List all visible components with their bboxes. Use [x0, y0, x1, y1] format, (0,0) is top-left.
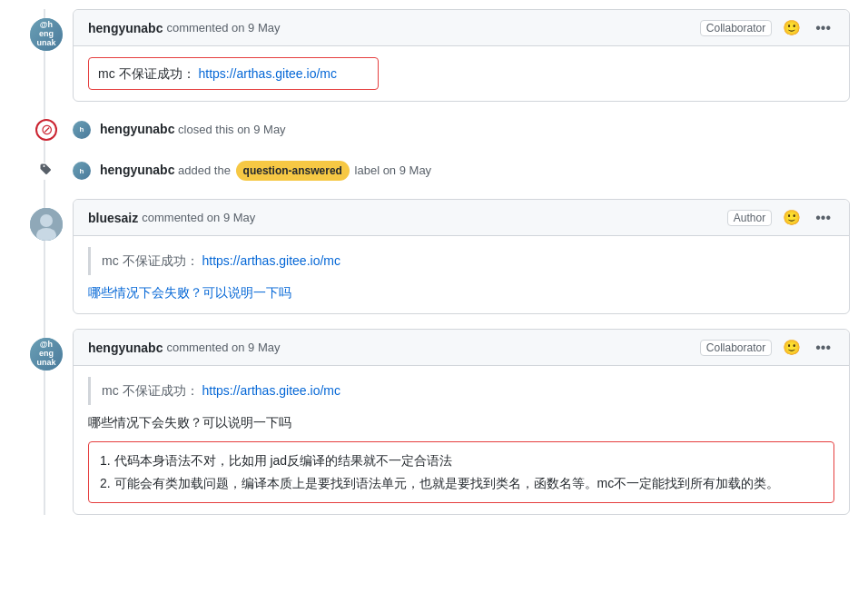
red-box-line-1: 1. 代码本身语法不对，比如用 jad反编译的结果就不一定合语法	[100, 450, 823, 472]
comment-block-3: @hengunak hengyunabc commented on 9 May …	[73, 329, 850, 515]
event-label-text: hengyunabc added the question-answered l…	[100, 161, 431, 181]
comment-meta-2: commented on 9 May	[142, 211, 255, 224]
label-tag-question-answered[interactable]: question-answered	[236, 161, 350, 181]
comment-meta-3: commented on 9 May	[166, 341, 280, 354]
avatar-bluesaiz	[30, 208, 63, 241]
more-button-3[interactable]: •••	[812, 338, 834, 358]
comment-block-2: bluesaiz commented on 9 May Author 🙂 •••	[73, 199, 850, 314]
comment-box-2: bluesaiz commented on 9 May Author 🙂 •••	[73, 199, 850, 314]
comment-box-1: hengyunabc commented on 9 May Collaborat…	[73, 9, 850, 102]
quote-block-2: mc 不保证成功： https://arthas.gitee.io/mc	[88, 247, 834, 274]
event-label: h hengyunabc added the question-answered…	[73, 157, 850, 184]
collaborator-badge-3: Collaborator	[700, 340, 772, 356]
comments-timeline: @hengunak hengyunabc commented on 9 May …	[18, 9, 850, 515]
more-button-2[interactable]: •••	[812, 208, 834, 228]
avatar-hengyunabc-1: @hengunak	[30, 18, 63, 51]
page-container: @hengunak hengyunabc commented on 9 May …	[0, 0, 868, 539]
comment-header-1: hengyunabc commented on 9 May Collaborat…	[74, 10, 849, 46]
quote-link-2[interactable]: https://arthas.gitee.io/mc	[202, 253, 340, 268]
avatar-hengyunabc-label: h	[73, 162, 91, 180]
quote-body-3: 哪些情况下会失败？可以说明一下吗	[88, 412, 834, 432]
body-prefix-1: mc 不保证成功：	[98, 66, 195, 81]
author-badge-2: Author	[727, 210, 772, 226]
comment-body-1: mc 不保证成功： https://arthas.gitee.io/mc	[74, 46, 849, 101]
red-box-comment-1: mc 不保证成功： https://arthas.gitee.io/mc	[88, 57, 379, 90]
more-button-1[interactable]: •••	[812, 18, 834, 38]
emoji-button-3[interactable]: 🙂	[779, 337, 804, 358]
avatar-hengyunabc-3: @hengunak	[30, 338, 63, 371]
comment-box-3: hengyunabc commented on 9 May Collaborat…	[73, 329, 850, 515]
comment-username-1: hengyunabc	[88, 21, 163, 35]
close-event-icon: ⊘	[30, 114, 63, 146]
quote-block-3: mc 不保证成功： https://arthas.gitee.io/mc	[88, 377, 834, 404]
svg-point-1	[40, 214, 53, 227]
comment-body-3: mc 不保证成功： https://arthas.gitee.io/mc 哪些情…	[74, 366, 849, 514]
comment-header-3: hengyunabc commented on 9 May Collaborat…	[74, 330, 849, 366]
comment-header-2: bluesaiz commented on 9 May Author 🙂 •••	[74, 200, 849, 236]
body-text-2: 哪些情况下会失败？可以说明一下吗	[88, 282, 834, 302]
comment-body-2: mc 不保证成功： https://arthas.gitee.io/mc 哪些情…	[74, 236, 849, 313]
body-link-1[interactable]: https://arthas.gitee.io/mc	[198, 66, 337, 81]
comment-block-1: @hengunak hengyunabc commented on 9 May …	[73, 9, 850, 102]
comment-meta-1: commented on 9 May	[166, 21, 280, 35]
red-box-line-2: 2. 可能会有类加载问题，编译本质上是要找到语法单元，也就是要找到类名，函数名等…	[100, 472, 823, 495]
comment-username-3: hengyunabc	[88, 341, 163, 355]
avatar-hengyunabc-close: h	[73, 121, 91, 139]
emoji-button-2[interactable]: 🙂	[779, 207, 804, 228]
comment-username-2: bluesaiz	[88, 211, 138, 225]
collaborator-badge-1: Collaborator	[700, 20, 772, 36]
emoji-button-1[interactable]: 🙂	[779, 17, 804, 38]
tag-icon	[39, 163, 54, 177]
event-close: ⊘ h hengyunabc closed this on 9 May	[73, 116, 850, 143]
bluesaiz-avatar-svg	[30, 208, 63, 241]
event-close-text: hengyunabc closed this on 9 May	[100, 120, 286, 139]
red-box-content-3: 1. 代码本身语法不对，比如用 jad反编译的结果就不一定合语法 2. 可能会有…	[88, 441, 834, 503]
quote-link-3[interactable]: https://arthas.gitee.io/mc	[202, 383, 340, 398]
label-event-icon	[30, 154, 63, 187]
